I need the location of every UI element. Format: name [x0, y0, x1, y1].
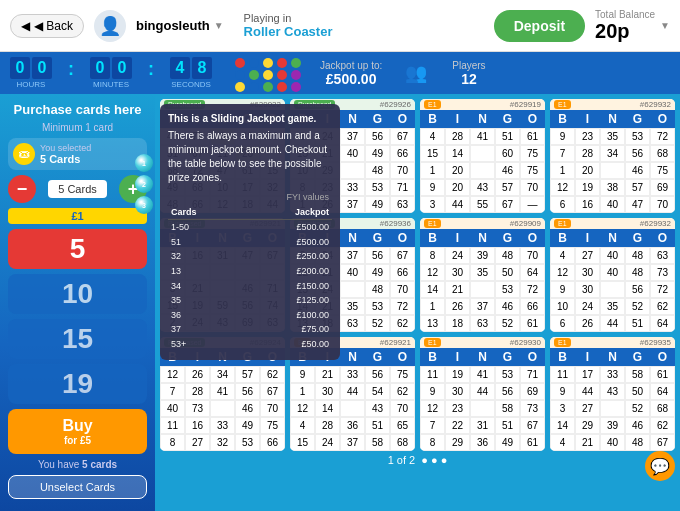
card-id-2: #629926 [380, 100, 411, 109]
card-header-7: E1 #629909 [420, 218, 545, 229]
bingo-grid-7: 824394870 1230355064 14215372 126374666 … [420, 247, 545, 332]
selected-icon: 🎟 [13, 143, 35, 165]
selected-count: 5 Cards [40, 153, 91, 165]
buy-label: Buy [16, 417, 139, 435]
buy-price: for £5 [16, 435, 139, 446]
card-id-8: #629932 [640, 219, 671, 228]
card-id-7: #629909 [510, 219, 541, 228]
tooltip-body: There is always a maximum and a minimum … [168, 129, 332, 185]
tooltip-table: FYI values Cards Jackpot 1-50£500.00 51£… [168, 190, 332, 352]
jackpot-amount: £500.00 [326, 71, 377, 87]
bingo-card-3[interactable]: E1 #629919 BINGO 428415161 15146075 1204… [420, 99, 545, 213]
unselect-button[interactable]: Unselect Cards [8, 475, 147, 499]
card-header-8: E1 #629932 [550, 218, 675, 229]
back-arrow-icon: ◀ [21, 19, 30, 33]
timer-seconds: 4 8 SECONDS [170, 57, 212, 89]
seconds-digit-1: 4 [170, 57, 190, 79]
card-header-11: E1 #629930 [420, 337, 545, 348]
buy-button[interactable]: Buy for £5 [8, 409, 147, 454]
playing-in-label: Playing in [244, 12, 333, 24]
jackpot-label: Jackpot up to: [320, 60, 382, 71]
bingo-card-8[interactable]: E1 #629932 BINGO 427404863 1230404873 93… [550, 218, 675, 332]
tooltip-row-2: 51 [168, 235, 240, 250]
bingo-card-4[interactable]: E1 #629932 BINGO 923355372 728345668 120… [550, 99, 675, 213]
username: bingosleuth [136, 18, 210, 33]
card-id-6: #629936 [380, 219, 411, 228]
card-id-10: #629921 [380, 338, 411, 347]
back-button[interactable]: ◀ ◀ Back [10, 14, 84, 38]
bingo-grid-10: 921335675 130445462 12144370 428365165 1… [290, 366, 415, 451]
total-balance-label: Total Balance [595, 9, 655, 20]
bingo-card-11[interactable]: E1 #629930 BINGO 1119415371 930445669 12… [420, 337, 545, 451]
bingo-grid-12: 1117335861 944435064 3275268 1429394662 … [550, 366, 675, 451]
username-dropdown-icon[interactable]: ▼ [214, 20, 224, 31]
playing-in-area: Playing in Roller Coaster [244, 12, 333, 39]
tooltip-row-1: 1-50 [168, 220, 240, 235]
timer-bar: 0 0 HOURS : 0 0 MINUTES : 4 8 SECONDS [0, 52, 680, 94]
card-num-19[interactable]: 19 [8, 364, 147, 404]
bingo-grid-8: 427404863 1230404873 9305672 1024355262 … [550, 247, 675, 332]
tooltip-col-jackpot: Jackpot [240, 205, 332, 220]
hours-digit-2: 0 [32, 57, 52, 79]
e1-badge-8: E1 [554, 219, 571, 228]
card-id-3: #629919 [510, 100, 541, 109]
bingo-letters-11: BINGO [420, 348, 545, 366]
card-header-4: E1 #629932 [550, 99, 675, 110]
chat-button[interactable]: 💬 [645, 451, 675, 481]
tooltip-row-9: 53+ [168, 337, 240, 352]
bingo-grid-11: 1119415371 930445669 12235873 722315167 … [420, 366, 545, 451]
stepper-row: − 5 Cards + [8, 175, 147, 203]
bingo-grid-9: 1226345762 728415667 40734670 1116334975… [160, 366, 285, 451]
number-balls: 1 2 3 [135, 154, 153, 214]
tooltip-row-3: 32 [168, 249, 240, 264]
have-count: 5 cards [82, 459, 117, 470]
deposit-button[interactable]: Deposit [494, 10, 585, 42]
bingo-balls-display [235, 58, 295, 88]
pagination-label: 1 of 2 [388, 454, 416, 466]
tooltip-col-cards: Cards [168, 205, 240, 220]
pagination: 1 of 2 ● ● ● [160, 451, 675, 469]
card-id-4: #629932 [640, 100, 671, 109]
game-name: Roller Coaster [244, 24, 333, 39]
bingo-letters-4: BINGO [550, 110, 675, 128]
bingo-grid-4: 923355372 728345668 1204675 1219385769 6… [550, 128, 675, 213]
back-label: ◀ Back [34, 19, 73, 33]
tooltip-title: This is a Sliding Jackpot game. [168, 112, 332, 126]
total-balance-amount: 20p [595, 20, 655, 43]
card-num-5[interactable]: 5 [8, 229, 147, 269]
purchase-title: Purchase cards here [8, 102, 147, 117]
minutes-label: MINUTES [93, 80, 129, 89]
e1-badge-7: E1 [424, 219, 441, 228]
you-selected-label: You selected [40, 143, 91, 153]
avatar: 👤 [94, 10, 126, 42]
bingo-letters-3: BINGO [420, 110, 545, 128]
hours-digit-1: 0 [10, 57, 30, 79]
balance-dropdown-icon[interactable]: ▼ [660, 20, 670, 31]
left-panel: Purchase cards here Minimum 1 card 🎟 You… [0, 94, 155, 511]
stepper-value: 5 Cards [58, 183, 97, 195]
total-balance-area: Total Balance 20p ▼ [595, 9, 670, 43]
hours-label: HOURS [17, 80, 46, 89]
tooltip-table-header: FYI values [168, 190, 332, 205]
card-num-15[interactable]: 15 [8, 319, 147, 359]
card-header-12: E1 #629935 [550, 337, 675, 348]
card-header-3: E1 #629919 [420, 99, 545, 110]
card-num-10[interactable]: 10 [8, 274, 147, 314]
seconds-label: SECONDS [171, 80, 211, 89]
have-cards-label: You have 5 cards [8, 459, 147, 470]
tooltip-row-8: 37 [168, 322, 240, 337]
bingo-letters-8: BINGO [550, 229, 675, 247]
players-icon: 👥 [405, 62, 427, 84]
minus-button[interactable]: − [8, 175, 36, 203]
header: ◀ ◀ Back 👤 bingosleuth ▼ Playing in Roll… [0, 0, 680, 52]
timer-minutes: 0 0 MINUTES [90, 57, 132, 89]
e1-badge: E1 [424, 100, 441, 109]
colon-2: : [148, 59, 154, 88]
timer-hours: 0 0 HOURS [10, 57, 52, 89]
tooltip-box: This is a Sliding Jackpot game. There is… [160, 104, 340, 360]
bingo-card-12[interactable]: E1 #629935 BINGO 1117335861 944435064 32… [550, 337, 675, 451]
bingo-card-7[interactable]: E1 #629909 BINGO 824394870 1230355064 14… [420, 218, 545, 332]
bingo-letters-12: BINGO [550, 348, 675, 366]
card-id-12: #629935 [640, 338, 671, 347]
have-label: You have [38, 459, 79, 470]
